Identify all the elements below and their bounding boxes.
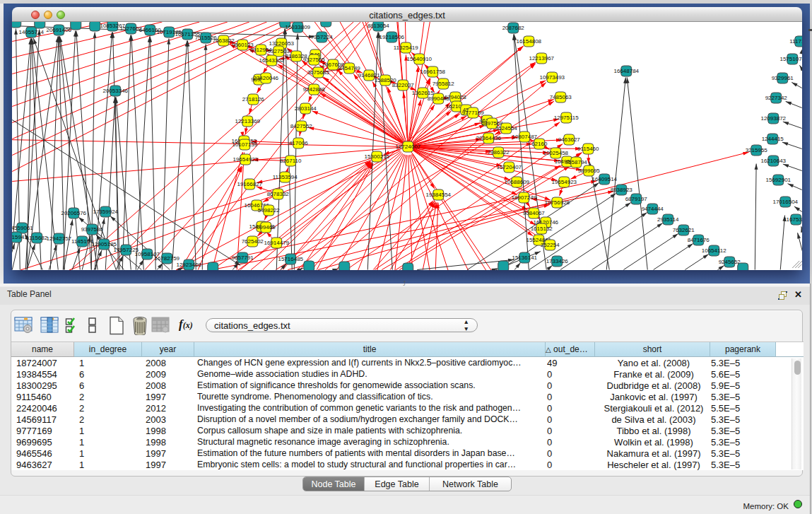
svg-text:2803144: 2803144 <box>295 105 317 112</box>
svg-text:9463627: 9463627 <box>558 136 581 143</box>
svg-text:7955812: 7955812 <box>433 81 455 87</box>
svg-text:1244415: 1244415 <box>762 136 784 142</box>
svg-text:17016504: 17016504 <box>772 199 798 205</box>
svg-text:18907249: 18907249 <box>511 194 536 201</box>
svg-text:10107139: 10107139 <box>232 141 257 148</box>
svg-text:19654923: 19654923 <box>551 179 577 185</box>
svg-text:11675310: 11675310 <box>784 216 802 223</box>
svg-text:19218506: 19218506 <box>379 34 404 40</box>
svg-text:23420046: 23420046 <box>253 75 278 81</box>
svg-text:252254: 252254 <box>541 242 560 248</box>
svg-text:2087682: 2087682 <box>502 25 525 31</box>
svg-text:11353594: 11353594 <box>273 174 298 180</box>
svg-text:4559061: 4559061 <box>12 225 33 231</box>
svg-text:2718126: 2718126 <box>242 96 265 103</box>
svg-text:20206576: 20206576 <box>61 210 86 216</box>
svg-text:7625402: 7625402 <box>242 238 264 245</box>
svg-text:3675685: 3675685 <box>307 69 330 76</box>
svg-text:15692901: 15692901 <box>765 177 791 183</box>
svg-text:15640910: 15640910 <box>406 56 432 62</box>
svg-text:3624554: 3624554 <box>495 125 518 132</box>
svg-text:16409514: 16409514 <box>592 176 617 182</box>
svg-text:1117193: 1117193 <box>789 38 802 45</box>
svg-text:9657791: 9657791 <box>232 255 254 261</box>
svg-text:20691406: 20691406 <box>46 27 71 33</box>
svg-text:19166827: 19166827 <box>237 181 262 187</box>
svg-text:8471676: 8471676 <box>688 237 710 243</box>
svg-text:9558794: 9558794 <box>565 159 588 165</box>
svg-text:3915941: 3915941 <box>12 234 28 240</box>
svg-text:2935114: 2935114 <box>657 216 679 223</box>
svg-text:15136141: 15136141 <box>512 255 537 261</box>
svg-text:9899695: 9899695 <box>578 168 601 174</box>
svg-text:417006: 417006 <box>289 140 308 146</box>
svg-text:10688609: 10688609 <box>504 179 529 185</box>
svg-text:9474444: 9474444 <box>642 206 664 212</box>
svg-text:8322037: 8322037 <box>392 82 415 88</box>
svg-text:16154808: 16154808 <box>516 38 541 45</box>
svg-text:8678332: 8678332 <box>267 191 290 197</box>
svg-text:9329961: 9329961 <box>772 75 794 81</box>
svg-text:12923468: 12923468 <box>176 262 201 268</box>
svg-text:11325419: 11325419 <box>394 45 419 51</box>
svg-text:17359924: 17359924 <box>93 209 118 215</box>
svg-text:8938923: 8938923 <box>611 187 633 193</box>
svg-text:9242848: 9242848 <box>303 86 326 93</box>
svg-text:20364436: 20364436 <box>476 135 501 141</box>
svg-text:16961758: 16961758 <box>420 69 445 75</box>
svg-text:19756928: 19756928 <box>544 199 570 206</box>
svg-text:9227342: 9227342 <box>765 95 788 101</box>
svg-text:10807487: 10807487 <box>512 134 537 140</box>
svg-text:19654923: 19654923 <box>233 156 258 163</box>
svg-text:8813054: 8813054 <box>367 23 390 29</box>
svg-text:62160: 62160 <box>531 141 548 147</box>
svg-text:8427552: 8427552 <box>290 123 313 129</box>
svg-text:1733426: 1733426 <box>546 258 569 264</box>
svg-text:1145194: 1145194 <box>71 238 93 245</box>
svg-text:12093872: 12093872 <box>760 115 786 122</box>
svg-text:5498222: 5498222 <box>258 207 281 214</box>
svg-text:12975115: 12975115 <box>554 115 579 121</box>
svg-text:12942757: 12942757 <box>46 235 71 242</box>
svg-text:3215955: 3215955 <box>746 147 768 153</box>
svg-text:18724007: 18724007 <box>395 144 420 150</box>
svg-text:7485063: 7485063 <box>550 94 572 100</box>
svg-text:099469: 099469 <box>257 224 276 230</box>
svg-text:6794028: 6794028 <box>445 94 467 100</box>
svg-text:15751074: 15751074 <box>779 56 802 62</box>
svg-text:1115682: 1115682 <box>26 235 48 241</box>
svg-text:7986322: 7986322 <box>488 149 510 156</box>
svg-text:16543362: 16543362 <box>259 57 284 64</box>
svg-text:9777169: 9777169 <box>462 110 485 116</box>
svg-text:6879197: 6879197 <box>625 196 648 202</box>
svg-text:9115460: 9115460 <box>577 146 599 152</box>
svg-text:12213967: 12213967 <box>529 55 554 62</box>
svg-text:10654112: 10654112 <box>702 247 727 254</box>
svg-text:12213369: 12213369 <box>235 118 260 124</box>
svg-text:16033809: 16033809 <box>285 24 310 30</box>
svg-text:20053346: 20053346 <box>102 88 128 94</box>
svg-text:7357224: 7357224 <box>311 34 334 40</box>
svg-text:9397586: 9397586 <box>81 226 104 233</box>
svg-text:15716485: 15716485 <box>278 256 303 262</box>
svg-text:10025458: 10025458 <box>543 150 568 156</box>
svg-text:8454749: 8454749 <box>339 65 361 71</box>
svg-text:1615132: 1615132 <box>531 226 553 232</box>
svg-text:8267110: 8267110 <box>280 158 302 164</box>
svg-text:15300215: 15300215 <box>364 153 389 160</box>
svg-text:19384554: 19384554 <box>425 192 451 198</box>
svg-text:16648784: 16648784 <box>613 68 639 74</box>
svg-text:16210643: 16210643 <box>760 158 786 164</box>
svg-text:9245652: 9245652 <box>719 259 741 265</box>
svg-text:14055714: 14055714 <box>18 29 44 35</box>
svg-text:16782759: 16782759 <box>154 255 180 262</box>
svg-text:15720407: 15720407 <box>496 164 522 170</box>
svg-text:7632621: 7632621 <box>673 227 695 233</box>
svg-text:10973493: 10973493 <box>539 74 565 81</box>
svg-text:9084067: 9084067 <box>523 210 546 216</box>
svg-text:16914479: 16914479 <box>264 240 289 246</box>
